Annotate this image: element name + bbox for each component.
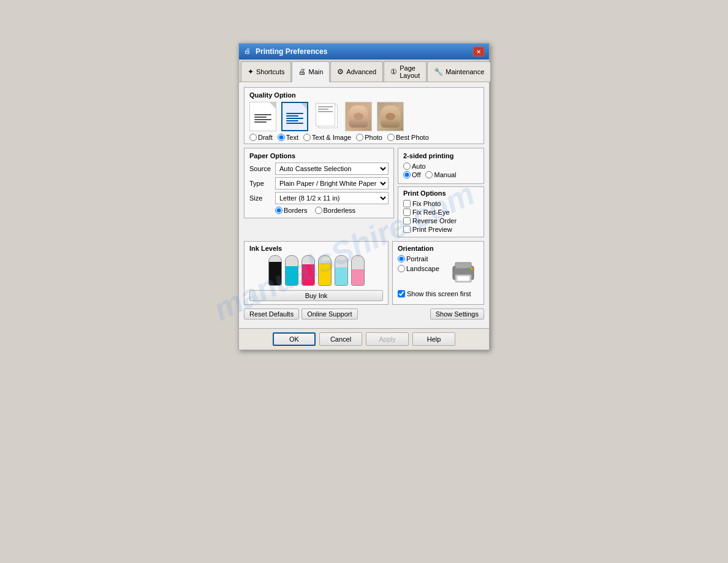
printer-graphic (448, 255, 479, 287)
radio-borders[interactable]: Borders (275, 207, 308, 214)
tab-advanced[interactable]: ⚙ Advanced (330, 61, 383, 82)
radio-two-sided-auto[interactable]: Auto (403, 163, 479, 170)
fix-red-eye-row[interactable]: Fix Red-Eye (403, 209, 479, 216)
show-screen-first-label: Show this screen first (407, 290, 471, 297)
tab-page-layout[interactable]: ① Page Layout (384, 61, 427, 82)
radio-portrait[interactable]: Portrait (398, 255, 446, 262)
show-screen-first-checkbox[interactable] (398, 290, 405, 297)
tab-maintenance[interactable]: 🔧 Maintenance (427, 61, 491, 82)
radio-text-image-input[interactable] (303, 134, 311, 141)
show-settings-button[interactable]: Show Settings (430, 308, 484, 320)
radio-landscape[interactable]: Landscape (398, 265, 446, 272)
reverse-order-row[interactable]: Reverse Order (403, 217, 479, 224)
tab-bar: ✦ Shortcuts 🖨 Main ⚙ Advanced ① Page Lay… (239, 59, 489, 82)
ink-light-magenta (351, 255, 365, 286)
quality-icons-row (249, 102, 479, 131)
main-icon: 🖨 (298, 67, 306, 76)
ink-bars-row (249, 255, 383, 286)
close-button[interactable]: ✕ (473, 47, 484, 56)
quality-option-section: Quality Option (244, 87, 484, 144)
orientation-options: Portrait Landscape (398, 255, 446, 272)
ink-tube-light-magenta (351, 255, 365, 286)
radio-off-input[interactable] (403, 171, 411, 178)
radio-text-input[interactable] (278, 134, 285, 141)
radio-photo-input[interactable] (356, 134, 363, 141)
fix-photo-checkbox[interactable] (403, 200, 411, 207)
radio-borderless-input[interactable] (315, 207, 322, 214)
size-row: Size Letter (8 1/2 x 11 in) (249, 192, 389, 204)
bottom-buttons-row: OK Cancel Apply Help (239, 328, 489, 350)
radio-draft-input[interactable] (249, 134, 257, 141)
radio-two-sided-off[interactable]: Off (403, 171, 420, 178)
online-support-button[interactable]: Online Support (301, 308, 357, 320)
orientation-title: Orientation (398, 245, 479, 252)
printing-preferences-dialog: 🖨 Printing Preferences ✕ ✦ Shortcuts 🖨 M… (238, 43, 490, 350)
print-options-title: Print Options (403, 190, 479, 197)
ink-magenta (301, 255, 315, 286)
type-select[interactable]: Plain Paper / Bright White Paper (275, 177, 389, 190)
paper-options-section: Paper Options Source Auto Cassette Selec… (244, 148, 394, 218)
size-select[interactable]: Letter (8 1/2 x 11 in) (275, 192, 389, 204)
radio-two-sided-manual[interactable]: Manual (425, 171, 456, 178)
action-left-buttons: Reset Defaults Online Support (244, 308, 358, 320)
shortcuts-icon: ✦ (248, 67, 254, 76)
radio-best-photo-input[interactable] (387, 134, 395, 141)
source-select[interactable]: Auto Cassette Selection (275, 163, 389, 175)
maintenance-icon: 🔧 (434, 67, 443, 76)
ink-levels-section: Ink Levels (244, 241, 389, 305)
ok-button[interactable]: OK (273, 332, 316, 346)
fix-photo-row[interactable]: Fix Photo (403, 200, 479, 207)
svg-rect-3 (457, 276, 469, 281)
tab-main[interactable]: 🖨 Main (292, 61, 330, 82)
ink-light-cyan (335, 255, 348, 286)
quality-option-title: Quality Option (249, 91, 479, 99)
action-row: Reset Defaults Online Support Show Setti… (244, 308, 484, 320)
radio-draft[interactable]: Draft (249, 134, 273, 141)
reverse-order-checkbox[interactable] (403, 217, 411, 224)
middle-section: Paper Options Source Auto Cassette Selec… (244, 148, 484, 237)
buy-ink-button[interactable]: Buy Ink (249, 290, 383, 301)
reset-defaults-button[interactable]: Reset Defaults (244, 308, 299, 320)
type-row: Type Plain Paper / Bright White Paper (249, 177, 389, 190)
radio-text-image[interactable]: Text & Image (303, 134, 351, 141)
text-icon-selected (281, 102, 308, 131)
radio-text[interactable]: Text (278, 134, 298, 141)
quality-thumb-photo (345, 102, 372, 131)
radio-portrait-input[interactable] (398, 255, 405, 262)
radio-best-photo[interactable]: Best Photo (387, 134, 429, 141)
two-sided-title: 2-sided printing (403, 152, 479, 159)
ink-cyan (285, 255, 298, 286)
title-bar-left: 🖨 Printing Preferences (244, 47, 327, 56)
quality-thumb-text-image (313, 102, 340, 131)
help-button[interactable]: Help (412, 332, 455, 346)
ink-tube-light-cyan (335, 255, 348, 286)
apply-button[interactable]: Apply (366, 332, 409, 346)
ink-levels-title: Ink Levels (249, 245, 383, 252)
dialog-icon: 🖨 (244, 47, 252, 56)
quality-radio-row: Draft Text Text & Image Photo Best Photo (249, 134, 479, 141)
fix-red-eye-checkbox[interactable] (403, 209, 411, 216)
radio-landscape-input[interactable] (398, 265, 405, 272)
quality-thumb-text (281, 102, 308, 131)
radio-photo[interactable]: Photo (356, 134, 382, 141)
source-row: Source Auto Cassette Selection (249, 163, 389, 175)
print-preview-checkbox[interactable] (403, 226, 411, 233)
radio-auto-input[interactable] (403, 163, 411, 170)
quality-thumb-draft (249, 102, 276, 131)
radio-manual-input[interactable] (425, 171, 433, 178)
radio-borderless[interactable]: Borderless (315, 207, 356, 214)
ink-black (268, 255, 282, 286)
two-sided-section: 2-sided printing Auto Off Manual (398, 148, 484, 184)
cancel-button[interactable]: Cancel (319, 332, 362, 346)
draft-icon (249, 102, 276, 131)
print-preview-row[interactable]: Print Preview (403, 226, 479, 233)
tab-shortcuts[interactable]: ✦ Shortcuts (241, 61, 291, 82)
photo-icon (345, 102, 372, 131)
orientation-section: Orientation Portrait Landscape (392, 241, 484, 305)
bottom-section: Ink Levels (244, 241, 484, 305)
svg-point-4 (468, 267, 470, 270)
type-label: Type (249, 180, 273, 187)
ink-tube-yellow (318, 255, 332, 286)
radio-borders-input[interactable] (275, 207, 282, 214)
ink-tube-magenta (301, 255, 315, 286)
